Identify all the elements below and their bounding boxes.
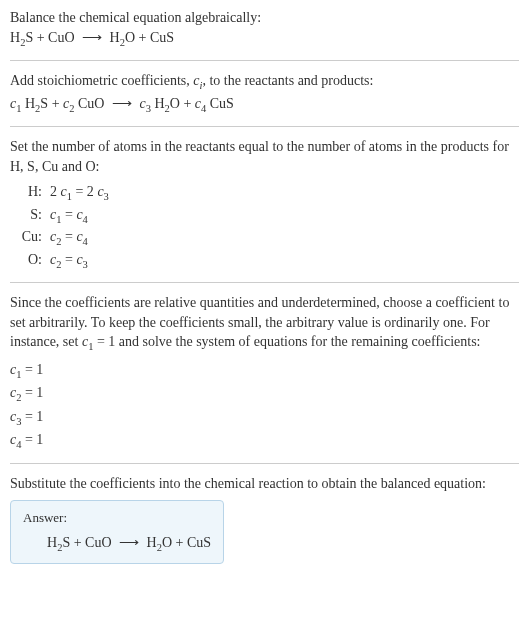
arrow-icon: ⟶ (112, 94, 132, 114)
divider (10, 126, 519, 127)
stoich-equation: c1 H2S + c2 CuO ⟶ c3 H2O + c4 CuS (10, 94, 519, 116)
section-stoichiometric: Add stoichiometric coefficients, ci, to … (10, 71, 519, 116)
element-label: S: (14, 205, 42, 225)
answer-label: Answer: (23, 509, 211, 527)
element-equations: H: 2 c1 = 2 c3 S: c1 = c4 Cu: c2 = c4 O:… (14, 182, 519, 272)
divider (10, 282, 519, 283)
section-answer: Substitute the coefficients into the che… (10, 474, 519, 564)
element-row-o: O: c2 = c3 (14, 250, 519, 272)
element-row-h: H: 2 c1 = 2 c3 (14, 182, 519, 204)
element-label: Cu: (14, 227, 42, 247)
eq-h2o-h: H (106, 30, 120, 45)
eq-s-cuo: S + CuO (25, 30, 78, 45)
section-atom-balance: Set the number of atoms in the reactants… (10, 137, 519, 272)
eq-h2s-h: H (10, 30, 20, 45)
coeff-c2: c2 = 1 (10, 382, 519, 406)
section-solve: Since the coefficients are relative quan… (10, 293, 519, 453)
solve-text: Since the coefficients are relative quan… (10, 293, 519, 355)
answer-box: Answer: H2S + CuO ⟶ H2O + CuS (10, 500, 224, 565)
coeff-c3: c3 = 1 (10, 406, 519, 430)
atom-balance-text: Set the number of atoms in the reactants… (10, 137, 519, 176)
coeff-c4: c4 = 1 (10, 429, 519, 453)
stoich-text: Add stoichiometric coefficients, ci, to … (10, 71, 519, 93)
divider (10, 463, 519, 464)
element-label: H: (14, 182, 42, 202)
arrow-icon: ⟶ (119, 533, 139, 553)
element-label: O: (14, 250, 42, 270)
arrow-icon: ⟶ (82, 28, 102, 48)
balanced-equation: H2S + CuO ⟶ H2O + CuS (23, 533, 211, 555)
divider (10, 60, 519, 61)
section-balance-intro: Balance the chemical equation algebraica… (10, 8, 519, 50)
unbalanced-equation: H2S + CuO ⟶ H2O + CuS (10, 28, 519, 50)
element-row-cu: Cu: c2 = c4 (14, 227, 519, 249)
element-row-s: S: c1 = c4 (14, 205, 519, 227)
eq-o-cus: O + CuS (125, 30, 174, 45)
substitute-text: Substitute the coefficients into the che… (10, 474, 519, 494)
intro-text: Balance the chemical equation algebraica… (10, 8, 519, 28)
coefficient-values: c1 = 1 c2 = 1 c3 = 1 c4 = 1 (10, 359, 519, 453)
coeff-c1: c1 = 1 (10, 359, 519, 383)
